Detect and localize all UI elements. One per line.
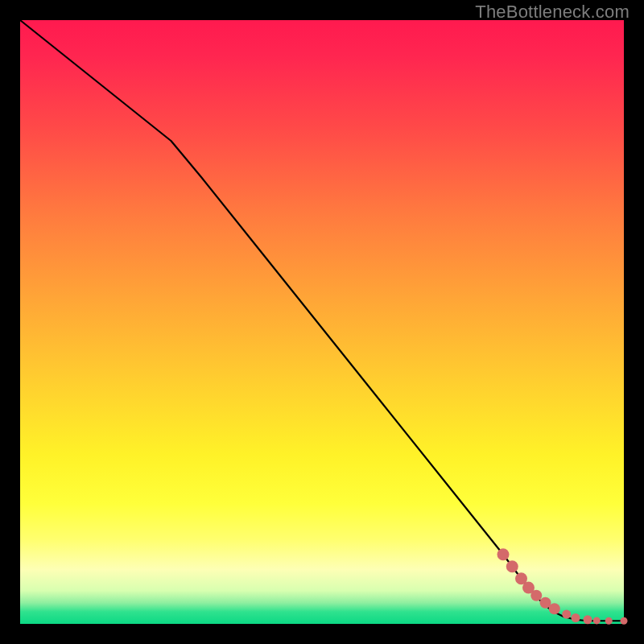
marker-dot — [584, 615, 592, 624]
marker-dot — [530, 590, 542, 601]
marker-dot — [593, 617, 601, 624]
chart-frame: TheBottleneck.com — [0, 0, 644, 644]
marker-dot — [572, 613, 580, 622]
marker-dot — [506, 560, 518, 572]
watermark-text: TheBottleneck.com — [475, 2, 630, 23]
marker-dot — [621, 617, 628, 625]
chart-overlay — [20, 20, 624, 624]
marker-dot — [549, 603, 560, 614]
marker-dot — [497, 548, 510, 560]
curve-line — [20, 20, 624, 621]
marker-dot — [562, 610, 571, 619]
marker-dots — [497, 548, 628, 625]
marker-dot — [605, 617, 613, 625]
